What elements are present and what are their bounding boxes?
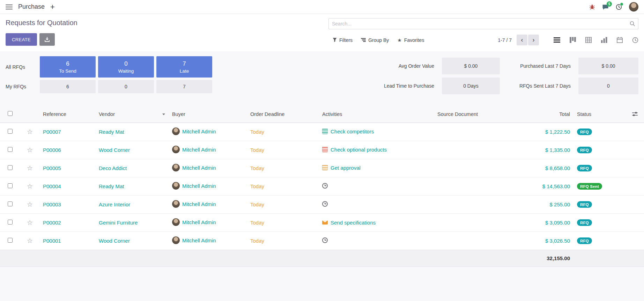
search-input[interactable] [328,18,638,29]
vendor-link[interactable]: Ready Mat [99,129,124,135]
lead-time-to-purchase[interactable]: 0 Days [442,78,500,94]
table-row[interactable]: ☆ P00005 Deco Addict Mitchell Admin Toda… [0,159,644,177]
reference-link[interactable]: P00002 [43,220,61,226]
activities-clock-icon[interactable] [616,4,622,10]
calendar-view-icon[interactable] [617,37,623,43]
row-checkbox[interactable] [8,220,13,225]
total-amount: $ 14,563.00 [542,183,570,189]
favorite-star-icon[interactable]: ☆ [27,146,33,154]
buyer-link[interactable]: Mitchell Admin [182,183,216,189]
buyer-link[interactable]: Mitchell Admin [182,201,216,207]
rfqs-sent-last-7-days[interactable]: 0 [578,78,638,94]
header-source-document[interactable]: Source Document [434,105,528,123]
activity-envelope-icon[interactable] [322,220,328,225]
row-checkbox[interactable] [8,238,13,243]
kanban-view-icon[interactable] [570,37,576,43]
reference-link[interactable]: P00006 [43,147,61,153]
tile-my-waiting[interactable]: 0 [98,80,154,93]
user-avatar[interactable] [629,2,638,12]
favorite-star-icon[interactable]: ☆ [27,219,33,226]
new-tab-button[interactable]: + [50,3,55,11]
header-total[interactable]: Total [528,105,573,123]
activity-label[interactable]: Send specifications [331,220,376,226]
favorite-star-icon[interactable]: ☆ [27,183,33,190]
filters-button[interactable]: Filters [333,37,353,43]
header-vendor[interactable]: Vendor [95,105,169,123]
row-checkbox[interactable] [8,165,13,170]
row-checkbox[interactable] [8,201,13,206]
favorite-star-icon[interactable]: ☆ [27,237,33,244]
header-status[interactable]: Status [573,105,626,123]
row-checkbox[interactable] [8,183,13,188]
activity-type-icon[interactable] [322,129,328,134]
activity-label[interactable]: Get approval [331,165,361,171]
header-activities[interactable]: Activities [319,105,434,123]
activity-view-icon[interactable] [632,37,638,43]
list-view-icon[interactable] [554,37,560,43]
search-icon[interactable] [630,21,635,27]
group-by-button[interactable]: Group By [361,37,389,43]
create-button[interactable]: CREATE [6,33,37,46]
avg-order-value[interactable]: $ 0.00 [442,58,500,74]
vendor-link[interactable]: Azure Interior [99,201,130,207]
vendor-link[interactable]: Wood Corner [99,238,130,244]
pager-previous-button[interactable]: ‹ [517,35,527,45]
row-checkbox[interactable] [8,147,13,152]
tile-my-to-send[interactable]: 6 [40,80,96,93]
messages-icon[interactable]: 5 [602,4,609,10]
favorite-star-icon[interactable]: ☆ [27,201,33,208]
to-send-count: 6 [66,60,69,67]
activity-clock-icon[interactable] [322,237,328,243]
header-order-deadline[interactable]: Order Deadline [247,105,319,123]
header-reference[interactable]: Reference [39,105,95,123]
table-row[interactable]: ☆ P00002 Gemini Furniture Mitchell Admin… [0,214,644,232]
buyer-link[interactable]: Mitchell Admin [182,129,216,134]
reference-link[interactable]: P00003 [43,201,61,207]
favorites-button[interactable]: ★ Favorites [397,37,424,43]
table-row[interactable]: ☆ P00004 Ready Mat Mitchell Admin Today … [0,177,644,196]
reference-link[interactable]: P00004 [43,183,61,189]
vendor-link[interactable]: Deco Addict [99,165,127,171]
tile-late[interactable]: 7 Late [156,56,212,78]
activity-label[interactable]: Check competitors [331,129,374,134]
purchased-last-7-days-label: Purchased Last 7 Days [500,63,578,69]
reference-link[interactable]: P00001 [43,238,61,244]
buyer-link[interactable]: Mitchell Admin [182,237,216,243]
tile-my-late[interactable]: 7 [156,80,212,93]
select-all-checkbox[interactable] [8,111,13,116]
buyer-link[interactable]: Mitchell Admin [182,165,216,171]
activity-clock-icon[interactable] [322,201,328,207]
debug-bug-icon[interactable] [589,4,595,10]
purchased-last-7-days[interactable]: $ 0.00 [578,58,638,74]
pager-next-button[interactable]: › [528,35,539,45]
export-button[interactable] [39,33,55,46]
grand-total: 32,155.00 [547,255,570,261]
buyer-link[interactable]: Mitchell Admin [182,219,216,225]
activity-type-icon[interactable] [322,147,328,152]
vendor-link[interactable]: Gemini Furniture [99,220,138,226]
apps-menu-icon[interactable] [6,5,13,9]
table-row[interactable]: ☆ P00007 Ready Mat Mitchell Admin Today … [0,123,644,141]
activity-type-icon[interactable] [322,165,328,170]
favorite-star-icon[interactable]: ☆ [27,128,33,135]
tile-to-send[interactable]: 6 To Send [40,56,96,78]
activity-clock-icon[interactable] [322,183,328,189]
header-buyer[interactable]: Buyer [169,105,247,123]
optional-columns-button[interactable] [626,105,644,123]
status-badge: RFQ [577,129,592,135]
tile-waiting[interactable]: 0 Waiting [98,56,154,78]
table-row[interactable]: ☆ P00001 Wood Corner Mitchell Admin Toda… [0,232,644,250]
vendor-link[interactable]: Wood Corner [99,147,130,153]
row-checkbox[interactable] [8,129,13,134]
activity-label[interactable]: Check optional products [331,147,387,153]
late-count: 7 [183,60,186,67]
favorite-star-icon[interactable]: ☆ [27,164,33,172]
buyer-link[interactable]: Mitchell Admin [182,147,216,153]
pivot-view-icon[interactable] [585,37,592,43]
vendor-link[interactable]: Ready Mat [99,183,124,189]
table-row[interactable]: ☆ P00003 Azure Interior Mitchell Admin T… [0,196,644,214]
table-row[interactable]: ☆ P00006 Wood Corner Mitchell Admin Toda… [0,141,644,159]
reference-link[interactable]: P00007 [43,129,61,135]
reference-link[interactable]: P00005 [43,165,61,171]
graph-view-icon[interactable] [601,37,607,43]
